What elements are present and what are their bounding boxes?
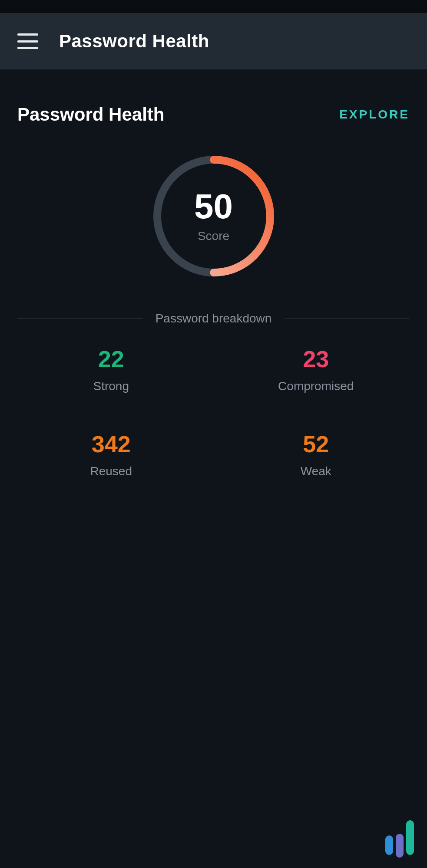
stats-grid: 22 Strong 23 Compromised 342 Reused 52 W…: [17, 347, 410, 478]
stat-strong-value: 22: [17, 347, 205, 371]
score-value: 50: [194, 189, 233, 224]
content-area: Password Health EXPLORE 50 Score Pa: [0, 69, 427, 478]
gauge-center: 50 Score: [149, 151, 279, 281]
explore-button[interactable]: EXPLORE: [339, 108, 410, 122]
app-bar: Password Health: [0, 13, 427, 69]
score-gauge: 50 Score: [149, 151, 279, 281]
status-bar-space: [0, 0, 427, 13]
stat-reused-label: Reused: [17, 464, 205, 478]
score-gauge-container: 50 Score: [17, 151, 410, 281]
stat-strong-label: Strong: [17, 379, 205, 393]
stat-strong[interactable]: 22 Strong: [17, 347, 205, 393]
divider-right: [285, 319, 410, 319]
stat-weak-label: Weak: [222, 464, 410, 478]
stat-compromised-value: 23: [222, 347, 410, 371]
breakdown-divider: Password breakdown: [17, 312, 410, 326]
stat-compromised-label: Compromised: [222, 379, 410, 393]
stat-weak-value: 52: [222, 432, 410, 456]
page-title: Password Health: [17, 104, 164, 125]
stat-weak[interactable]: 52 Weak: [222, 432, 410, 478]
heading-row: Password Health EXPLORE: [17, 104, 410, 125]
appbar-title: Password Health: [59, 31, 209, 52]
stat-reused[interactable]: 342 Reused: [17, 432, 205, 478]
score-label: Score: [198, 229, 229, 243]
stat-reused-value: 342: [17, 432, 205, 456]
divider-left: [17, 319, 142, 319]
brand-logo-icon: [385, 820, 414, 855]
breakdown-label: Password breakdown: [156, 312, 272, 326]
stat-compromised[interactable]: 23 Compromised: [222, 347, 410, 393]
menu-icon[interactable]: [17, 33, 38, 49]
